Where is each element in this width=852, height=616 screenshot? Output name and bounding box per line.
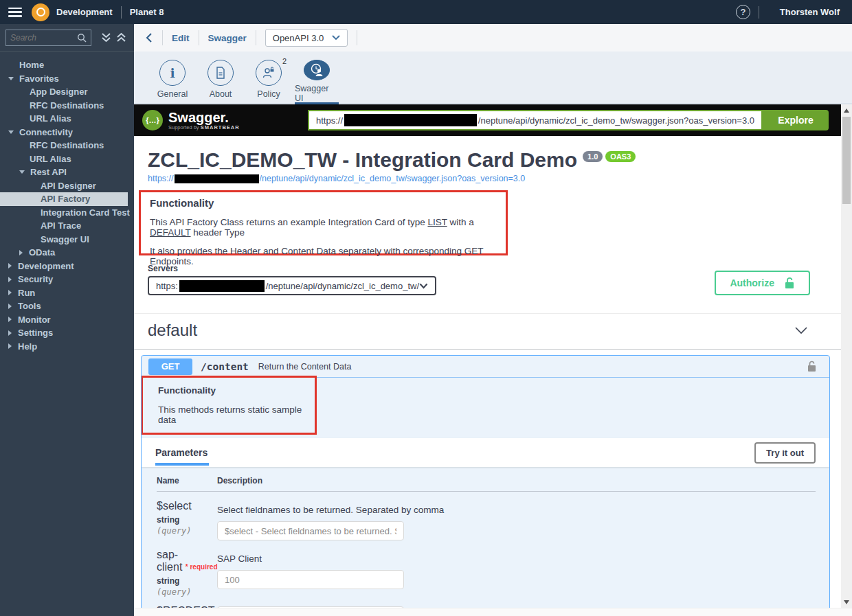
try-it-out-button[interactable]: Try it out [754,442,816,464]
lock-icon[interactable] [807,361,817,372]
sidebar-item-rest-api[interactable]: Rest API [0,166,128,179]
sidebar-item-security[interactable]: Security [0,273,128,286]
scroll-up-icon[interactable] [844,109,849,113]
param-select-input[interactable] [217,521,404,540]
opblock-header[interactable]: GET /content Return the Content Data [142,356,829,378]
spec-link[interactable]: https:///neptune/api/dynamic/zcl_ic_demo… [148,174,827,183]
param-name: sap-client * required [157,549,197,573]
scroll-down-icon[interactable] [844,600,849,604]
divider [357,30,357,45]
redaction [344,114,477,126]
swagger-panel: {…} Swagger. Supported by SMARTBEAR http… [134,104,841,608]
spec-url-input[interactable]: https:///neptune/api/dynamic/zcl_ic_demo… [308,110,763,130]
param-type: string [157,515,217,525]
neptune-logo-icon[interactable] [32,3,49,21]
search-icon [77,33,87,43]
chevron-right-icon [8,304,12,309]
parameters-table: Name Description $select string (query) … [142,467,829,608]
tab-general[interactable]: i General [150,52,194,103]
tab-policy[interactable]: 2 Policy [247,52,291,103]
scrollbar-thumb[interactable] [842,117,851,204]
main-area: Edit Swagger OpenAPI 3.0 i General About [134,24,852,616]
sidebar-item-url-alias-2[interactable]: URL Alias [0,152,128,166]
sidebar-item-api-designer[interactable]: API Designer [0,179,128,193]
sidebar-item-app-designer[interactable]: App Designer [0,85,128,99]
help-icon[interactable]: ? [736,5,750,19]
sidebar-item-swagger-ui[interactable]: Swagger UI [0,233,128,247]
tab-swagger-ui[interactable]: Swagger UI [295,52,339,103]
sidebar-item-favorites[interactable]: Favorites [0,72,128,86]
sidebar-item-connectivity[interactable]: Connectivity [0,126,128,139]
column-description: Description [217,476,816,486]
vertical-scrollbar[interactable] [841,104,852,608]
endpoint-path: /content [201,361,249,372]
sidebar-item-rfc-destinations[interactable]: RFC Destinations [0,99,128,113]
chevron-right-icon [8,317,12,322]
tab-about[interactable]: About [199,52,243,103]
param-location: (query) [157,526,217,536]
sidebar: Home Favorites App Designer RFC Destinat… [0,24,134,616]
sidebar-item-api-trace[interactable]: API Trace [0,219,128,233]
user-lock-icon [262,67,276,79]
menu-hamburger-icon[interactable] [8,8,22,17]
servers-label: Servers [148,264,436,273]
section-title: default [148,321,197,340]
oas3-badge: OAS3 [605,151,636,162]
column-name: Name [157,476,217,486]
op-functionality-heading: Functionality [158,385,315,396]
sidebar-item-url-alias[interactable]: URL Alias [0,112,128,126]
opblock-get-content: GET /content Return the Content Data Fun… [141,355,830,608]
chevron-down-icon[interactable] [794,326,808,334]
user-menu[interactable]: Thorsten Wolf [780,7,840,17]
functionality-heading: Functionality [150,197,506,209]
chevron-right-icon [8,263,12,269]
version-badge: 1.0 [583,151,603,162]
annotation-box-functionality: Functionality This API Factory Class ret… [139,190,508,255]
tab-parameters[interactable]: Parameters [155,447,208,458]
sidebar-item-api-factory[interactable]: API Factory [0,192,128,206]
sidebar-item-help[interactable]: Help [0,340,128,354]
divider [162,30,163,45]
search-input[interactable] [10,33,77,43]
openapi-version-select[interactable]: OpenAPI 3.0 [265,29,348,47]
section-default-header[interactable]: default [134,314,841,350]
chevron-right-icon [8,290,12,295]
sidebar-item-development[interactable]: Development [0,260,128,273]
sidebar-item-tools[interactable]: Tools [0,299,128,313]
param-row-select: $select string (query) Select fieldnames… [157,500,816,540]
top-shell-bar: Development Planet 8 ? Thorsten Wolf [0,0,852,24]
swagger-logo: {…} Swagger. Supported by SMARTBEAR [142,110,240,130]
param-sap-client-input[interactable] [217,570,404,589]
info-icon: i [170,65,175,80]
swagger-button[interactable]: Swagger [208,33,247,43]
product-title: Development [56,7,113,17]
authorize-button[interactable]: Authorize [715,271,810,295]
edit-button[interactable]: Edit [172,33,190,43]
chevron-down-icon [8,130,14,134]
sidebar-item-rfc-destinations-2[interactable]: RFC Destinations [0,139,128,152]
sidebar-item-monitor[interactable]: Monitor [0,313,128,327]
sidebar-item-integration-card-test[interactable]: Integration Card Test [0,206,128,220]
navigation-tree: Home Favorites App Designer RFC Destinat… [0,58,134,353]
chevron-right-icon [8,343,12,349]
chevron-down-icon [419,283,428,289]
expand-all-icon[interactable] [98,30,113,46]
sidebar-item-odata[interactable]: OData [0,246,128,260]
collapse-all-icon[interactable] [113,30,128,46]
sidebar-item-run[interactable]: Run [0,286,128,300]
unlock-icon [784,277,795,289]
server-select[interactable]: https:/neptune/api/dynamic/zcl_ic_demo_t… [148,276,436,295]
explore-button[interactable]: Explore [763,110,829,130]
back-icon[interactable] [145,32,153,43]
chevron-right-icon [19,250,23,255]
sidebar-item-home[interactable]: Home [0,58,128,72]
divider [759,6,759,19]
chevron-right-icon [8,277,12,282]
sidebar-item-settings[interactable]: Settings [0,326,128,340]
param-description: SAP Client [217,554,816,564]
divider [199,30,199,45]
param-description: Select fieldnames to be returned. Separa… [217,505,816,515]
chevron-down-icon [19,170,25,174]
bottom-strip [134,608,852,616]
redaction [179,280,265,292]
